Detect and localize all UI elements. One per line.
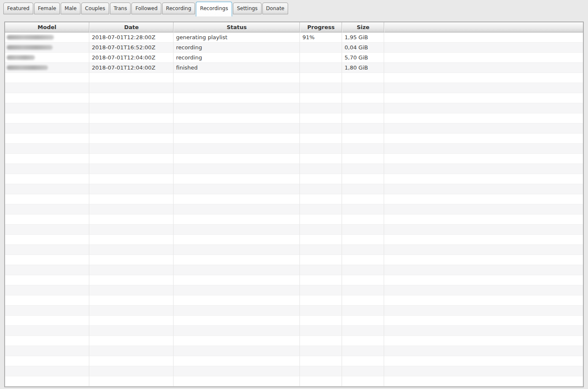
tab-settings[interactable]: Settings xyxy=(233,3,261,14)
tab-recordings[interactable]: Recordings xyxy=(196,2,232,16)
cell-size-empty xyxy=(342,255,384,265)
cell-progress-empty xyxy=(300,366,342,376)
cell-blank xyxy=(384,215,583,225)
cell-date-empty xyxy=(89,255,174,265)
cell-size-empty xyxy=(342,245,384,255)
cell-status-empty xyxy=(174,184,300,194)
cell-status-empty xyxy=(174,113,300,123)
tab-female[interactable]: Female xyxy=(34,3,60,14)
cell-blank xyxy=(384,113,583,123)
tab-featured[interactable]: Featured xyxy=(3,3,33,14)
cell-status-empty xyxy=(174,376,300,386)
cell-blank xyxy=(384,184,583,194)
cell-progress xyxy=(300,53,342,63)
tab-male[interactable]: Male xyxy=(61,3,80,14)
table-row[interactable]: 2018-07-01T12:28:00Zgenerating playlist9… xyxy=(5,32,583,43)
cell-status-empty xyxy=(174,295,300,306)
cell-blank xyxy=(384,144,583,154)
cell-model-empty xyxy=(5,225,89,235)
cell-model-empty xyxy=(5,123,89,134)
cell-progress-empty xyxy=(300,73,342,83)
cell-model-empty xyxy=(5,134,89,144)
empty-row xyxy=(5,174,583,184)
empty-row xyxy=(5,255,583,265)
cell-progress-empty xyxy=(300,265,342,275)
tab-followed[interactable]: Followed xyxy=(131,3,161,14)
cell-status: recording xyxy=(174,53,300,63)
cell-model-empty xyxy=(5,103,89,113)
cell-model-empty xyxy=(5,73,89,83)
cell-blank xyxy=(384,356,583,366)
cell-blank xyxy=(384,164,583,174)
cell-size-empty xyxy=(342,366,384,376)
cell-date-empty xyxy=(89,235,174,245)
cell-progress-empty xyxy=(300,103,342,113)
cell-status-empty xyxy=(174,225,300,235)
empty-row xyxy=(5,326,583,336)
cell-progress-empty xyxy=(300,123,342,134)
tab-trans[interactable]: Trans xyxy=(110,3,131,14)
column-header-size[interactable]: Size xyxy=(342,22,384,32)
cell-size-empty xyxy=(342,73,384,83)
column-header-model[interactable]: Model xyxy=(5,22,89,32)
cell-status-empty xyxy=(174,326,300,336)
recordings-table-frame: ModelDateStatusProgressSize 2018-07-01T1… xyxy=(4,21,584,387)
cell-date-empty xyxy=(89,73,174,83)
cell-progress xyxy=(300,43,342,53)
cell-status-empty xyxy=(174,103,300,113)
tab-couples[interactable]: Couples xyxy=(81,3,109,14)
redacted-model-name xyxy=(7,45,53,50)
column-header-progress[interactable]: Progress xyxy=(300,22,342,32)
cell-size: 0,04 GiB xyxy=(342,43,384,53)
cell-size-empty xyxy=(342,83,384,93)
empty-row xyxy=(5,204,583,215)
column-header-status[interactable]: Status xyxy=(174,22,300,32)
table-row[interactable]: 2018-07-01T12:04:00Zrecording5,70 GiB xyxy=(5,53,583,63)
cell-size-empty xyxy=(342,164,384,174)
column-header-date[interactable]: Date xyxy=(89,22,174,32)
cell-model-empty xyxy=(5,154,89,164)
cell-model-empty xyxy=(5,194,89,204)
tab-donate[interactable]: Donate xyxy=(262,3,289,14)
cell-status-empty xyxy=(174,194,300,204)
redacted-model-name xyxy=(7,35,54,40)
column-header-blank[interactable] xyxy=(384,22,583,32)
cell-date-empty xyxy=(89,134,174,144)
cell-date-empty xyxy=(89,366,174,376)
cell-model-empty xyxy=(5,306,89,316)
cell-date-empty xyxy=(89,356,174,366)
cell-size-empty xyxy=(342,316,384,326)
cell-model-empty xyxy=(5,113,89,123)
empty-row xyxy=(5,346,583,356)
table-row[interactable]: 2018-07-01T16:52:00Zrecording0,04 GiB xyxy=(5,43,583,53)
cell-blank xyxy=(384,123,583,134)
cell-blank xyxy=(384,204,583,215)
cell-model xyxy=(5,63,89,73)
cell-progress-empty xyxy=(300,154,342,164)
cell-status-empty xyxy=(174,285,300,295)
redacted-model-name xyxy=(7,55,35,60)
cell-blank xyxy=(384,63,583,73)
cell-blank xyxy=(384,103,583,113)
cell-blank xyxy=(384,53,583,63)
empty-row xyxy=(5,316,583,326)
table-row[interactable]: 2018-07-01T12:04:00Zfinished1,80 GiB xyxy=(5,63,583,73)
cell-blank xyxy=(384,83,583,93)
cell-size-empty xyxy=(342,275,384,285)
cell-progress-empty xyxy=(300,194,342,204)
cell-model-empty xyxy=(5,275,89,285)
cell-progress-empty xyxy=(300,376,342,386)
cell-blank xyxy=(384,306,583,316)
cell-progress-empty xyxy=(300,184,342,194)
cell-model-empty xyxy=(5,366,89,376)
cell-model xyxy=(5,43,89,53)
cell-progress-empty xyxy=(300,346,342,356)
cell-progress-empty xyxy=(300,326,342,336)
cell-blank xyxy=(384,194,583,204)
cell-blank xyxy=(384,134,583,144)
cell-status-empty xyxy=(174,83,300,93)
cell-status-empty xyxy=(174,164,300,174)
tab-recording[interactable]: Recording xyxy=(162,3,195,14)
empty-row xyxy=(5,225,583,235)
empty-row xyxy=(5,245,583,255)
